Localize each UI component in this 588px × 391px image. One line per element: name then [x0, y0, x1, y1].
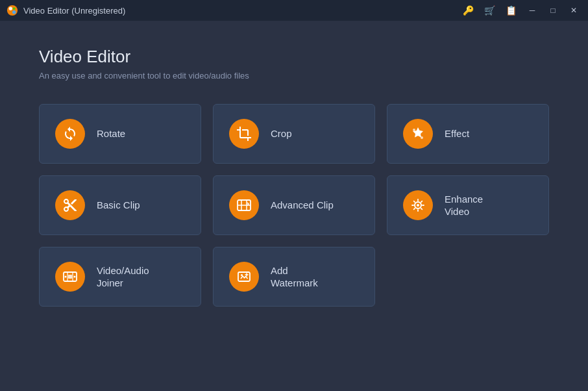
- watermark-icon-circle: [229, 262, 259, 292]
- rotate-label: Rotate: [97, 127, 125, 140]
- tools-grid: Rotate Crop Effect: [39, 104, 549, 307]
- crop-label: Crop: [271, 127, 292, 140]
- title-bar: Video Editor (Unregistered) 🔑 🛒 📋 ─ □ ✕: [0, 0, 588, 21]
- page-title: Video Editor: [39, 47, 549, 67]
- crop-icon-circle: [229, 119, 259, 149]
- advanced-clip-icon-circle: [229, 190, 259, 220]
- main-content: Video Editor An easy use and convenient …: [0, 21, 588, 391]
- enhance-icon-circle: [403, 190, 433, 220]
- card-video-joiner[interactable]: Video/Audio Joiner: [39, 247, 201, 307]
- svg-point-12: [417, 204, 419, 207]
- advanced-clip-icon: [236, 197, 252, 213]
- rotate-icon: [62, 126, 78, 142]
- cart-icon[interactable]: 🛒: [480, 3, 499, 18]
- enhance-icon: [410, 197, 426, 213]
- svg-point-2: [12, 10, 16, 14]
- watermark-icon: [236, 269, 252, 284]
- minimize-button[interactable]: ─: [523, 3, 541, 18]
- app-title: Video Editor (Unregistered): [23, 6, 125, 16]
- key-icon[interactable]: 🔑: [459, 3, 478, 18]
- effect-icon-circle: [403, 119, 433, 149]
- svg-point-15: [74, 276, 76, 278]
- svg-point-14: [65, 276, 67, 278]
- crop-icon: [236, 126, 252, 142]
- svg-point-3: [13, 8, 16, 10]
- joiner-icon: [62, 269, 78, 284]
- watermark-label: Add Watermark: [271, 264, 318, 290]
- app-icon: [6, 5, 18, 16]
- basic-clip-label: Basic Clip: [97, 199, 140, 212]
- effect-icon: [410, 126, 426, 142]
- svg-point-5: [413, 129, 415, 131]
- card-enhance-video[interactable]: Enhance Video: [387, 175, 549, 235]
- svg-point-0: [7, 5, 18, 16]
- svg-point-1: [9, 7, 12, 10]
- joiner-icon-circle: [55, 262, 85, 292]
- enhance-video-label: Enhance Video: [445, 193, 483, 218]
- card-watermark[interactable]: Add Watermark: [213, 247, 375, 307]
- card-effect[interactable]: Effect: [387, 104, 549, 164]
- video-joiner-label: Video/Audio Joiner: [97, 264, 149, 290]
- basic-clip-icon-circle: [55, 190, 85, 220]
- card-rotate[interactable]: Rotate: [39, 104, 201, 164]
- svg-point-20: [241, 274, 243, 276]
- title-bar-left: Video Editor (Unregistered): [6, 5, 125, 16]
- svg-point-6: [421, 136, 423, 139]
- card-advanced-clip[interactable]: Advanced Clip: [213, 175, 375, 235]
- svg-rect-19: [238, 272, 250, 281]
- close-button[interactable]: ✕: [565, 3, 583, 18]
- advanced-clip-label: Advanced Clip: [271, 199, 334, 212]
- page-subtitle: An easy use and convenient tool to edit …: [39, 71, 549, 81]
- info-icon[interactable]: 📋: [502, 3, 521, 18]
- card-crop[interactable]: Crop: [213, 104, 375, 164]
- rotate-icon-circle: [55, 119, 85, 149]
- maximize-button[interactable]: □: [544, 3, 562, 18]
- card-basic-clip[interactable]: Basic Clip: [39, 175, 201, 235]
- basic-clip-icon: [62, 197, 78, 213]
- title-bar-right: 🔑 🛒 📋 ─ □ ✕: [459, 3, 583, 18]
- svg-rect-18: [68, 275, 72, 279]
- effect-label: Effect: [445, 127, 469, 140]
